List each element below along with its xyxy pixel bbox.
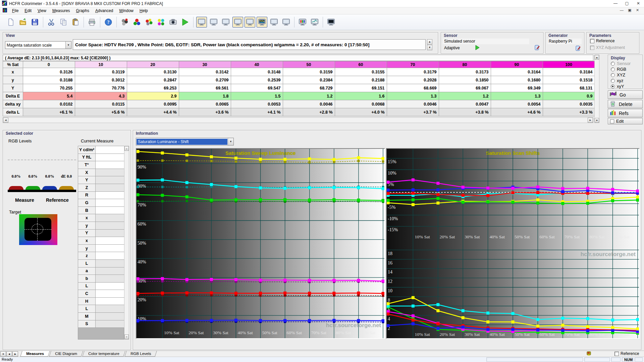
measure-row-value[interactable] — [96, 229, 124, 237]
radio-icon[interactable] — [611, 73, 615, 77]
help-icon[interactable]: ? — [103, 17, 114, 27]
table-cell[interactable]: +5.6 % — [75, 108, 127, 116]
table-cell[interactable]: 1.3 — [387, 92, 439, 100]
radio-icon[interactable] — [611, 84, 615, 88]
table-v-scrollbar[interactable]: ▲ ▼ — [594, 55, 599, 123]
table-cell[interactable]: 0.1518 — [543, 76, 595, 84]
statusbar-reference-checkbox[interactable]: Reference — [614, 351, 639, 356]
table-cell[interactable]: 0.0046 — [283, 100, 335, 108]
minimize-button[interactable]: — — [610, 0, 621, 7]
table-cell[interactable]: +6.1 % — [23, 108, 75, 116]
sat-column-header[interactable]: 20 — [127, 61, 179, 68]
chevron-down-icon[interactable]: ▼ — [65, 42, 71, 49]
sat-column-header[interactable]: 40 — [231, 61, 283, 68]
open-file-icon[interactable] — [17, 17, 28, 27]
table-cell[interactable]: 0.3188 — [23, 76, 75, 84]
measure-row-value[interactable] — [96, 214, 124, 222]
maximize-button[interactable]: ▢ — [621, 0, 633, 7]
measure-row-value[interactable] — [96, 237, 124, 245]
spinner-down-icon[interactable]: ▼ — [427, 45, 432, 50]
sat-column-header[interactable]: 10 — [75, 61, 127, 68]
view-primary-icon[interactable] — [281, 17, 291, 27]
tab-cie-diagram[interactable]: CIE Diagram — [49, 351, 83, 357]
table-h-scrollbar[interactable]: ◄ ► — [3, 117, 593, 123]
measure-row-value[interactable] — [96, 320, 124, 328]
scale-select[interactable]: Magenta saturation scale ▼ — [5, 41, 71, 49]
table-cell[interactable]: 2.9 — [127, 92, 179, 100]
measure-row-value[interactable] — [96, 206, 124, 214]
sat-column-header[interactable]: 70 — [387, 61, 439, 68]
table-cell[interactable]: 69.561 — [179, 84, 231, 92]
reference-checkbox[interactable]: Reference — [590, 39, 614, 43]
tab-rgb-levels[interactable]: RGB Levels — [124, 351, 157, 357]
table-cell[interactable]: 68.669 — [387, 84, 439, 92]
table-cell[interactable]: 0.3148 — [231, 68, 283, 76]
tab-color-temperature[interactable]: Color temperature — [82, 351, 125, 357]
chevron-down-icon[interactable]: ▼ — [228, 138, 233, 145]
menu-file[interactable]: File — [9, 8, 21, 14]
table-cell[interactable]: 0.0065 — [179, 100, 231, 108]
table-cell[interactable]: 0.3130 — [127, 68, 179, 76]
table-cell[interactable]: 68.131 — [543, 84, 595, 92]
table-cell[interactable]: 0.3173 — [439, 68, 491, 76]
table-cell[interactable]: 68.729 — [283, 84, 335, 92]
view-luminance-icon[interactable] — [309, 17, 320, 27]
table-cell[interactable]: 0.0095 — [127, 100, 179, 108]
sensor-config-icon[interactable] — [534, 45, 540, 52]
view-near-black-icon[interactable] — [232, 17, 243, 27]
save-file-icon[interactable] — [30, 17, 40, 27]
table-cell[interactable]: 0.3142 — [179, 68, 231, 76]
table-cell[interactable]: 0.3184 — [543, 68, 595, 76]
scroll-right-icon[interactable]: ► — [588, 118, 593, 123]
view-full-icon[interactable] — [326, 17, 336, 27]
palette-balls-icon[interactable] — [156, 17, 166, 27]
table-cell[interactable]: 1.2 — [439, 92, 491, 100]
table-cell[interactable]: 0.2709 — [179, 76, 231, 84]
table-cell[interactable]: 0.3155 — [335, 68, 387, 76]
measure-row-value[interactable] — [96, 282, 124, 290]
spinner-up-icon[interactable]: ▲ — [427, 39, 432, 45]
table-cell[interactable]: +3.3 % — [543, 108, 595, 116]
table-cell[interactable]: 0.3164 — [491, 68, 543, 76]
menu-view[interactable]: View — [35, 8, 49, 14]
sensor-balls-icon[interactable] — [119, 17, 130, 27]
table-cell[interactable]: +3.7 % — [387, 108, 439, 116]
menu-measures[interactable]: Measures — [49, 8, 73, 14]
table-cell[interactable]: 69.253 — [127, 84, 179, 92]
measure-scroll-up-icon[interactable]: ▲ — [124, 146, 129, 151]
measure-v-scrollbar[interactable]: ▲ ▼ — [124, 146, 129, 340]
statusbar-reference-box[interactable] — [614, 352, 619, 356]
table-cell[interactable]: +4.6 % — [491, 108, 543, 116]
table-cell[interactable]: 0.3119 — [75, 68, 127, 76]
table-cell[interactable]: 0.1680 — [491, 76, 543, 84]
measure-row-value[interactable] — [96, 184, 124, 191]
measure-row-value[interactable] — [96, 305, 124, 313]
scroll-up-icon[interactable]: ▲ — [595, 55, 599, 60]
sat-column-header[interactable]: 30 — [179, 61, 231, 68]
table-cell[interactable]: 0.0053 — [231, 100, 283, 108]
generator-config-icon[interactable] — [575, 45, 581, 52]
mdi-close-icon[interactable]: ✕ — [636, 8, 639, 12]
menu-edit[interactable]: Edit — [21, 8, 35, 14]
radio-icon[interactable] — [611, 67, 615, 71]
table-cell[interactable]: +3.8 % — [439, 108, 491, 116]
measure-row-value[interactable] — [96, 191, 124, 199]
measure-row-value[interactable] — [96, 297, 124, 305]
tab-close-icon[interactable]: ✕ — [0, 351, 6, 357]
measure-row-value[interactable] — [96, 222, 124, 229]
measure-row-value[interactable] — [96, 244, 124, 252]
measure-row-value[interactable] — [96, 290, 124, 298]
table-cell[interactable]: 1.5 — [231, 92, 283, 100]
table-cell[interactable]: 0.0115 — [75, 100, 127, 108]
table-cell[interactable]: +4.0 % — [335, 108, 387, 116]
table-cell[interactable]: 0.2028 — [387, 76, 439, 84]
view-measures-icon[interactable] — [196, 17, 207, 27]
view-secondary-icon[interactable] — [269, 17, 279, 27]
table-cell[interactable]: 0.0068 — [335, 100, 387, 108]
measure-row-value[interactable] — [96, 313, 124, 320]
view-free-measures-icon[interactable] — [208, 17, 219, 27]
table-cell[interactable]: 0.3159 — [283, 68, 335, 76]
table-cell[interactable]: +2.8 % — [283, 108, 335, 116]
view-saturation-icon[interactable] — [257, 17, 267, 27]
display-radio-rgb[interactable]: RGB — [611, 67, 642, 72]
